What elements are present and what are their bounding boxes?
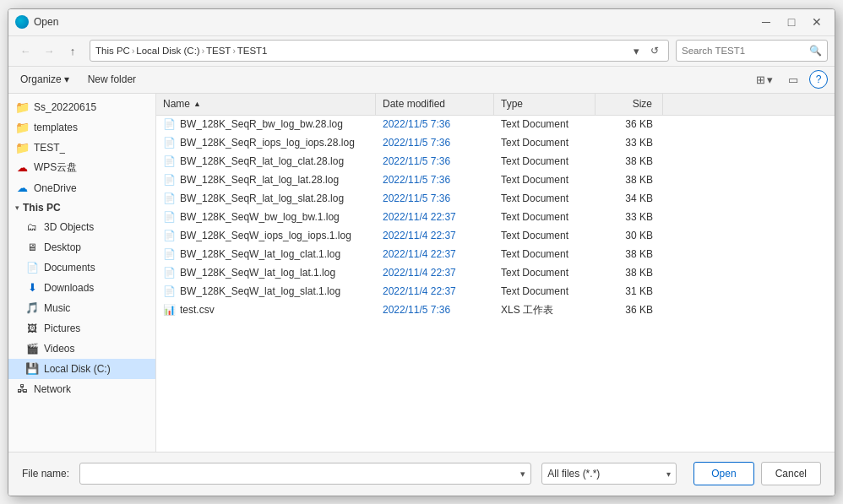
- search-input[interactable]: [682, 46, 809, 56]
- col-header-name[interactable]: Name ▲: [156, 94, 376, 115]
- sidebar-item-pictures[interactable]: 🖼 Pictures: [8, 318, 155, 339]
- address-bar: This PC › Local Disk (C:) › TEST › TEST1…: [90, 40, 669, 62]
- maximize-button[interactable]: □: [780, 14, 802, 30]
- sidebar-item-label: Network: [34, 383, 71, 395]
- cell-size: 33 KB: [596, 134, 663, 152]
- sidebar-item-label: TEST_: [34, 142, 65, 154]
- cell-size: 33 KB: [596, 209, 663, 226]
- address-dropdown-button[interactable]: ▾: [629, 44, 643, 57]
- table-row[interactable]: 📄 BW_128K_SeqR_bw_log_bw.28.log 2022/11/…: [156, 116, 835, 134]
- sidebar-item-desktop[interactable]: 🖥 Desktop: [8, 237, 155, 257]
- bottom-bar: File name: ▾ All files (*.*) ▾ Open Canc…: [8, 452, 835, 496]
- cell-type: Text Document: [494, 153, 596, 171]
- cell-type: Text Document: [494, 227, 596, 245]
- sidebar-item-3dobjects[interactable]: 🗂 3D Objects: [8, 217, 155, 237]
- cell-type: XLS 工作表: [494, 301, 596, 319]
- table-row[interactable]: 📄 BW_128K_SeqW_bw_log_bw.1.log 2022/11/4…: [156, 209, 835, 227]
- title-bar: Open ─ □ ✕: [8, 9, 835, 36]
- open-button[interactable]: Open: [693, 462, 753, 485]
- sidebar-item-onedrive[interactable]: ☁ OneDrive: [8, 178, 155, 198]
- cancel-button[interactable]: Cancel: [761, 462, 821, 485]
- documents-icon: 📄: [25, 261, 39, 274]
- filetype-select[interactable]: All files (*.*) ▾: [541, 463, 677, 485]
- view-preview-button[interactable]: ▭: [784, 71, 802, 89]
- sidebar-item-templates[interactable]: 📁 templates: [8, 117, 155, 138]
- cell-name: 📄 BW_128K_SeqR_lat_log_clat.28.log: [156, 153, 376, 171]
- sidebar-item-music[interactable]: 🎵 Music: [8, 298, 155, 318]
- search-box: 🔍: [676, 40, 828, 62]
- disk-icon: 💾: [25, 362, 39, 376]
- view-details-button[interactable]: ⊞ ▾: [752, 71, 777, 89]
- cell-name: 📄 BW_128K_SeqR_lat_log_lat.28.log: [156, 171, 376, 189]
- open-dialog: Open ─ □ ✕ ← → ↑ This PC › Local Disk (C…: [8, 8, 835, 496]
- cell-type: Text Document: [494, 209, 596, 226]
- help-button[interactable]: ?: [809, 70, 828, 89]
- cell-size: 34 KB: [596, 190, 663, 208]
- sidebar-item-label: 3D Objects: [44, 221, 94, 233]
- table-row[interactable]: 📄 BW_128K_SeqR_lat_log_clat.28.log 2022/…: [156, 153, 835, 171]
- cell-size: 38 KB: [596, 171, 663, 189]
- txt-icon: 📄: [163, 267, 175, 279]
- filetype-label: All files (*.*): [547, 468, 663, 480]
- sidebar-item-label: Documents: [44, 262, 95, 274]
- table-row[interactable]: 📄 BW_128K_SeqR_lat_log_slat.28.log 2022/…: [156, 190, 835, 209]
- table-row[interactable]: 📄 BW_128K_SeqR_lat_log_lat.28.log 2022/1…: [156, 171, 835, 190]
- cell-size: 36 KB: [596, 116, 663, 133]
- cell-size: 38 KB: [596, 264, 663, 282]
- view-preview-icon: ▭: [788, 73, 798, 86]
- table-row[interactable]: 📄 BW_128K_SeqR_iops_log_iops.28.log 2022…: [156, 134, 835, 153]
- col-header-size[interactable]: Size: [596, 94, 663, 115]
- forward-button[interactable]: →: [39, 41, 59, 61]
- refresh-button[interactable]: ↺: [646, 42, 663, 59]
- cell-modified: 2022/11/5 7:36: [376, 171, 494, 189]
- search-icon: 🔍: [809, 45, 822, 57]
- file-list[interactable]: 📄 BW_128K_SeqR_bw_log_bw.28.log 2022/11/…: [156, 116, 835, 452]
- path-segment-test1[interactable]: TEST1: [237, 46, 268, 56]
- pictures-icon: 🖼: [25, 322, 39, 335]
- col-header-type[interactable]: Type: [494, 94, 596, 115]
- minimize-button[interactable]: ─: [755, 14, 777, 30]
- close-button[interactable]: ✕: [806, 14, 828, 30]
- path-segment-thispc[interactable]: This PC: [95, 46, 130, 56]
- table-row[interactable]: 📄 BW_128K_SeqW_lat_log_lat.1.log 2022/11…: [156, 264, 835, 283]
- sidebar-item-wpscloud[interactable]: ☁ WPS云盘: [8, 158, 155, 178]
- file-area: Name ▲ Date modified Type Size 📄 BW_128K…: [156, 94, 835, 452]
- sidebar-thispc-header[interactable]: ▾ This PC: [8, 198, 155, 217]
- cell-name: 📄 BW_128K_SeqR_bw_log_bw.28.log: [156, 116, 376, 133]
- up-button[interactable]: ↑: [63, 41, 83, 61]
- cell-type: Text Document: [494, 264, 596, 282]
- cell-name: 📄 BW_128K_SeqR_iops_log_iops.28.log: [156, 134, 376, 152]
- txt-icon: 📄: [163, 118, 175, 130]
- sidebar-item-videos[interactable]: 🎬 Videos: [8, 339, 155, 359]
- sidebar-item-ss20220615[interactable]: 📁 Ss_20220615: [8, 97, 155, 117]
- back-button[interactable]: ←: [15, 41, 35, 61]
- cell-name: 📄 BW_128K_SeqW_iops_log_iops.1.log: [156, 227, 376, 245]
- filename-dropdown-button[interactable]: ▾: [520, 469, 525, 480]
- txt-icon: 📄: [163, 137, 175, 149]
- table-row[interactable]: 📄 BW_128K_SeqW_lat_log_clat.1.log 2022/1…: [156, 246, 835, 264]
- dialog-title: Open: [34, 16, 755, 28]
- cell-size: 36 KB: [596, 301, 663, 319]
- txt-icon: 📄: [163, 174, 175, 186]
- sidebar: 📁 Ss_20220615 📁 templates 📁 TEST_ ☁ WPS云…: [8, 94, 156, 452]
- table-row[interactable]: 📊 test.csv 2022/11/5 7:36 XLS 工作表 36 KB: [156, 301, 835, 320]
- path-segment-test[interactable]: TEST: [206, 46, 231, 56]
- sidebar-item-test[interactable]: 📁 TEST_: [8, 138, 155, 158]
- table-row[interactable]: 📄 BW_128K_SeqW_lat_log_slat.1.log 2022/1…: [156, 283, 835, 301]
- music-icon: 🎵: [25, 301, 39, 315]
- cell-name: 📄 BW_128K_SeqW_bw_log_bw.1.log: [156, 209, 376, 226]
- new-folder-button[interactable]: New folder: [81, 71, 143, 88]
- table-row[interactable]: 📄 BW_128K_SeqW_iops_log_iops.1.log 2022/…: [156, 227, 835, 246]
- desktop-icon: 🖥: [25, 241, 39, 254]
- onedrive-icon: ☁: [15, 182, 29, 195]
- sidebar-item-network[interactable]: 🖧 Network: [8, 379, 155, 399]
- sidebar-item-downloads[interactable]: ⬇ Downloads: [8, 278, 155, 298]
- sidebar-item-localdisk[interactable]: 💾 Local Disk (C:): [8, 359, 155, 379]
- sidebar-item-label: templates: [34, 122, 78, 133]
- cell-type: Text Document: [494, 190, 596, 208]
- filename-input[interactable]: [85, 468, 520, 480]
- col-header-modified[interactable]: Date modified: [376, 94, 494, 115]
- organize-button[interactable]: Organize ▾: [15, 71, 74, 88]
- sidebar-item-documents[interactable]: 📄 Documents: [8, 257, 155, 278]
- path-segment-localdisk[interactable]: Local Disk (C:): [136, 46, 199, 56]
